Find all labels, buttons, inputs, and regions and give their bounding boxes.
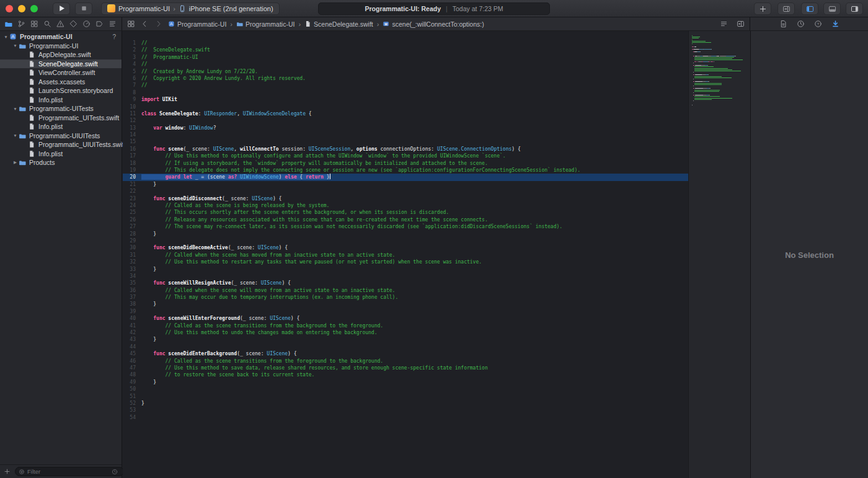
source-control-navigator-tab[interactable] <box>17 20 25 28</box>
code-line[interactable]: 54 <box>123 414 750 421</box>
line-number[interactable]: 22 <box>123 188 141 195</box>
line-number[interactable]: 25 <box>123 209 141 216</box>
code-line[interactable]: 31 // Called when the scene has moved fr… <box>123 252 750 259</box>
line-number[interactable]: 2 <box>123 46 141 53</box>
scheme-selector[interactable]: Programmatic-UI › iPhone SE (2nd generat… <box>101 2 280 15</box>
code-line[interactable]: 48 // to restore the scene back to its c… <box>123 371 750 378</box>
line-number[interactable]: 16 <box>123 146 141 153</box>
code-line[interactable]: 17 // Use this method to optionally conf… <box>123 153 750 159</box>
line-number[interactable]: 28 <box>123 231 141 237</box>
project-navigator-tab[interactable] <box>4 20 12 28</box>
code-line[interactable]: 46 // Called as the scene transitions fr… <box>123 358 750 365</box>
line-number[interactable]: 41 <box>123 322 141 329</box>
line-number[interactable]: 7 <box>123 82 141 89</box>
code-line[interactable]: 47 // Use this method to save data, rele… <box>123 365 750 371</box>
find-navigator-tab[interactable] <box>43 20 51 28</box>
line-number[interactable]: 42 <box>123 329 141 336</box>
history-inspector-icon[interactable] <box>797 20 805 28</box>
report-navigator-tab[interactable] <box>108 20 117 28</box>
sidebar-item-scenedelegate-swift[interactable]: SceneDelegate.swift <box>0 60 122 69</box>
code-line[interactable]: 12 <box>123 117 750 124</box>
code-line[interactable]: 1// <box>123 40 750 46</box>
line-number[interactable]: 54 <box>123 414 141 421</box>
line-number[interactable]: 33 <box>123 266 141 273</box>
line-number[interactable]: 6 <box>123 75 141 82</box>
line-number[interactable]: 43 <box>123 336 141 343</box>
line-number[interactable]: 26 <box>123 216 141 223</box>
code-line[interactable]: 24 // Called as the scene is being relea… <box>123 202 750 209</box>
code-line[interactable]: 26 // Release any resources associated w… <box>123 216 750 223</box>
code-line[interactable]: 15 <box>123 138 750 145</box>
disclosure-triangle[interactable]: ▼ <box>12 133 19 138</box>
run-button[interactable] <box>53 2 70 15</box>
code-line[interactable]: 39 <box>123 308 750 315</box>
toggle-inspector-button[interactable] <box>846 2 863 15</box>
code-line[interactable]: 21 } <box>123 181 750 188</box>
filter-input[interactable] <box>27 468 109 475</box>
close-window-button[interactable] <box>6 5 13 12</box>
line-number[interactable]: 52 <box>123 400 141 407</box>
breadcrumb-item[interactable]: Programmatic-UI <box>168 20 226 28</box>
editor-options-icon[interactable] <box>720 20 728 28</box>
code-line[interactable]: 49 } <box>123 379 750 386</box>
add-editor-icon[interactable] <box>737 20 745 28</box>
line-number[interactable]: 21 <box>123 181 141 188</box>
breakpoint-navigator-tab[interactable] <box>95 20 104 28</box>
line-number[interactable]: 36 <box>123 287 141 294</box>
code-line[interactable]: 14 <box>123 131 750 138</box>
zoom-window-button[interactable] <box>30 5 38 12</box>
toggle-navigator-button[interactable] <box>801 2 818 15</box>
sidebar-item-info-plist[interactable]: Info.plist <box>0 95 122 105</box>
line-number[interactable]: 30 <box>123 244 141 251</box>
code-line[interactable]: 27 // The scene may re-connect later, as… <box>123 223 750 230</box>
line-number[interactable]: 17 <box>123 153 141 159</box>
line-number[interactable]: 46 <box>123 358 141 365</box>
code-line[interactable]: 32 // Use this method to restart any tas… <box>123 259 750 265</box>
line-number[interactable]: 45 <box>123 350 141 357</box>
code-line[interactable]: 42 // Use this method to undo the change… <box>123 329 750 336</box>
code-line[interactable]: 40 func sceneWillEnterForeground(_ scene… <box>123 315 750 322</box>
quick-help-icon[interactable]: ? <box>814 20 822 28</box>
code-line[interactable]: 44 <box>123 343 750 350</box>
line-number[interactable]: 53 <box>123 407 141 414</box>
line-number[interactable]: 44 <box>123 343 141 350</box>
code-line[interactable]: 11class SceneDelegate: UIResponder, UIWi… <box>123 110 750 117</box>
code-line[interactable]: 4// <box>123 61 750 68</box>
line-number[interactable]: 12 <box>123 117 141 124</box>
code-line[interactable]: 8 <box>123 89 750 96</box>
code-line[interactable]: 25 // This occurs shortly after the scen… <box>123 209 750 216</box>
sidebar-item-info-plist[interactable]: Info.plist <box>0 149 122 159</box>
line-number[interactable]: 35 <box>123 280 141 286</box>
issue-navigator-tab[interactable] <box>56 20 64 28</box>
line-number[interactable]: 29 <box>123 237 141 244</box>
back-button[interactable] <box>141 20 149 28</box>
sidebar-item-programmatic-uiuitests-swift[interactable]: Programmatic_UIUITests.swift <box>0 140 122 149</box>
code-line[interactable]: 52} <box>123 400 750 407</box>
library-button[interactable] <box>754 2 771 15</box>
code-area[interactable]: 1//2// SceneDelegate.swift3// Programmat… <box>123 31 750 421</box>
code-line[interactable]: 35 func sceneWillResignActive(_ scene: U… <box>123 280 750 286</box>
sidebar-item-products[interactable]: ▶Products <box>0 158 122 167</box>
sidebar-item-launchscreen-storyboard[interactable]: LaunchScreen.storyboard <box>0 86 122 95</box>
line-number[interactable]: 31 <box>123 252 141 259</box>
code-line[interactable]: 2// SceneDelegate.swift <box>123 46 750 53</box>
sidebar-item-info-plist[interactable]: Info.plist <box>0 122 122 131</box>
line-number[interactable]: 51 <box>123 393 141 400</box>
line-number[interactable]: 34 <box>123 273 141 280</box>
disclosure-triangle[interactable]: ▼ <box>12 107 19 111</box>
test-navigator-tab[interactable] <box>69 20 78 28</box>
sidebar-item-programmatic-uitests[interactable]: ▼Programmatic-UITests <box>0 104 122 113</box>
code-line[interactable]: 43 } <box>123 336 750 343</box>
code-line[interactable]: 45 func sceneDidEnterBackground(_ scene:… <box>123 350 750 357</box>
line-number[interactable]: 4 <box>123 61 141 68</box>
code-line[interactable]: 7// <box>123 82 750 89</box>
debug-navigator-tab[interactable] <box>82 20 91 28</box>
code-line[interactable]: 10 <box>123 104 750 110</box>
code-line[interactable]: 37 // This may occur due to temporary in… <box>123 294 750 301</box>
sidebar-item-assets-xcassets[interactable]: Assets.xcassets <box>0 77 122 87</box>
code-line[interactable]: 30 func sceneDidBecomeActive(_ scene: UI… <box>123 244 750 251</box>
minimap[interactable] <box>688 31 750 478</box>
breadcrumb-item[interactable]: SceneDelegate.swift <box>304 20 373 28</box>
line-number[interactable]: 5 <box>123 68 141 75</box>
line-number[interactable]: 18 <box>123 160 141 167</box>
